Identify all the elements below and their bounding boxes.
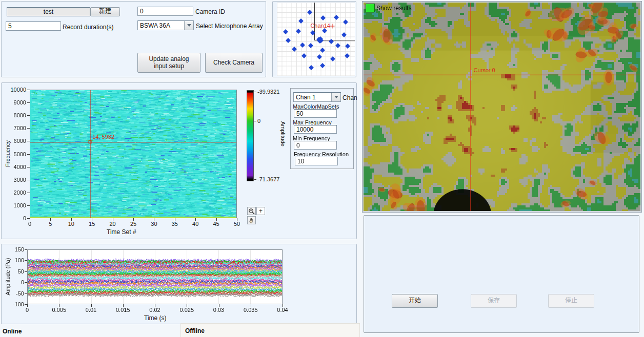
channel-select-label: Chan xyxy=(343,94,357,101)
waveform-frame xyxy=(27,249,283,304)
pan-hand-icon[interactable] xyxy=(247,216,256,224)
mic-point xyxy=(320,63,325,68)
waveform-canvas[interactable] xyxy=(28,250,282,304)
axis-tick-mark xyxy=(25,271,27,272)
mic-point xyxy=(320,15,326,20)
axis-tick-label: 50 xyxy=(7,268,24,275)
stop-button[interactable]: 停止 xyxy=(548,294,594,308)
axis-tick-mark xyxy=(59,304,59,307)
axis-tick-label: 2000 xyxy=(4,189,26,196)
waveform-panel: Amplitude (Pa) Time (s) 150100500-50-100… xyxy=(1,244,357,324)
frequency-resolution-input[interactable] xyxy=(295,157,338,165)
axis-tick-label: 50 xyxy=(227,221,247,227)
axis-tick-mark xyxy=(219,304,219,307)
channel-settings-box: Chan 1 Chan MaxColorMapSets Max Frequenc… xyxy=(290,88,354,169)
axis-tick-label: 0 xyxy=(19,221,40,227)
colorbar-axis-label: Amplitude xyxy=(280,121,286,146)
axis-tick-mark xyxy=(155,304,155,307)
axis-tick-mark xyxy=(175,218,175,221)
colorbar-tick-mark xyxy=(254,121,256,121)
offline-status-strip: Offline xyxy=(180,323,360,337)
axis-tick-mark xyxy=(27,141,30,141)
axis-tick-label: 40 xyxy=(185,221,206,227)
spectrogram-x-axis-label: Time Set # xyxy=(107,228,136,236)
max-colormap-input[interactable] xyxy=(294,109,337,118)
spectrogram-panel: 14, 5932 Frequency Time Set # -39.9321 0… xyxy=(1,82,357,239)
colorbar-tick-mark xyxy=(254,92,256,92)
mic-point xyxy=(298,18,304,24)
waveform-y-axis-label: Amplitude (Pa) xyxy=(5,258,11,296)
axis-tick-mark xyxy=(27,102,30,103)
axis-tick-mark xyxy=(27,154,30,155)
axis-tick-mark xyxy=(27,180,30,180)
axis-tick-label: 1000 xyxy=(4,202,26,208)
colorbar-min-label: -71.3677 xyxy=(257,176,279,182)
axis-tick-mark xyxy=(92,218,92,221)
record-duration-input[interactable] xyxy=(6,22,61,31)
axis-tick-label: 15 xyxy=(82,221,102,227)
axis-tick-label: -50 xyxy=(7,290,24,297)
chevron-down-icon[interactable] xyxy=(331,93,340,101)
axis-tick-mark xyxy=(25,282,27,283)
colorbar-zero-label: 0 xyxy=(257,118,260,124)
show-results-checkbox[interactable] xyxy=(366,4,375,12)
axis-tick-mark xyxy=(283,304,283,307)
axis-tick-mark xyxy=(25,293,27,294)
cursor-tool-icon[interactable]: + xyxy=(256,207,265,215)
mic-point xyxy=(317,54,322,59)
axis-tick-mark xyxy=(237,218,237,221)
channel-select[interactable]: Chan 1 xyxy=(293,92,341,102)
mic-cursor-cross[interactable] xyxy=(330,24,335,29)
mic-point xyxy=(345,53,350,58)
axis-tick-label: 7000 xyxy=(4,125,26,131)
amplitude-colorbar xyxy=(247,90,254,181)
online-status-label: Online xyxy=(3,328,22,335)
axis-tick-mark xyxy=(27,205,30,206)
axis-tick-mark xyxy=(30,218,30,221)
microphone-array-value: BSWA 36A xyxy=(138,21,184,30)
mic-point xyxy=(341,33,347,38)
axis-tick-mark xyxy=(50,218,51,221)
axis-tick-mark xyxy=(27,90,30,90)
axis-tick-mark xyxy=(25,249,27,250)
axis-tick-mark xyxy=(27,193,30,193)
spectrogram-cursor-label: 14, 5932 xyxy=(92,134,114,140)
mic-point xyxy=(283,29,288,34)
axis-tick-label: 0.04 xyxy=(271,307,294,313)
axis-tick-label: 30 xyxy=(144,221,164,227)
mic-point xyxy=(335,43,340,48)
axis-tick-label: 35 xyxy=(165,221,185,227)
axis-tick-mark xyxy=(71,218,72,221)
max-frequency-input[interactable] xyxy=(294,125,337,134)
test-name-field[interactable]: test xyxy=(7,7,90,16)
axis-tick-label: 8000 xyxy=(4,112,26,118)
mic-array-panel: Chan14 xyxy=(272,1,356,77)
axis-tick-mark xyxy=(25,260,27,261)
axis-tick-label: 0.005 xyxy=(48,307,70,313)
check-camera-button[interactable]: Check Camera xyxy=(205,53,263,73)
axis-tick-label: 45 xyxy=(206,221,227,227)
mic-point-layer xyxy=(277,3,355,76)
spectrogram-canvas[interactable] xyxy=(30,90,236,218)
axis-tick-label: 100 xyxy=(7,257,24,263)
chevron-down-icon[interactable] xyxy=(184,21,193,30)
axis-tick-label: 25 xyxy=(123,221,144,227)
microphone-array-select[interactable]: BSWA 36A xyxy=(137,20,194,30)
camera-result-panel: Show results Cursor 0 xyxy=(362,1,642,213)
channel-select-value: Chan 1 xyxy=(294,93,331,101)
axis-tick-label: 0.015 xyxy=(112,307,134,313)
mic-point xyxy=(343,20,348,25)
update-analog-input-button[interactable]: Update analog input setup xyxy=(137,53,200,73)
start-button[interactable]: 开始 xyxy=(392,294,438,308)
camera-result-canvas[interactable] xyxy=(364,3,640,211)
camera-id-input[interactable] xyxy=(137,7,193,16)
mic-array-plot[interactable]: Chan14 xyxy=(277,3,355,76)
new-button[interactable]: 新建 xyxy=(90,7,120,16)
offline-status-label: Offline xyxy=(185,327,205,334)
min-frequency-input[interactable] xyxy=(294,141,337,150)
save-button[interactable]: 保存 xyxy=(471,294,517,308)
axis-tick-mark xyxy=(216,218,217,221)
mic-point xyxy=(308,43,313,48)
colorbar-max-label: -39.9321 xyxy=(257,89,279,95)
zoom-tool-icon[interactable] xyxy=(247,207,256,215)
